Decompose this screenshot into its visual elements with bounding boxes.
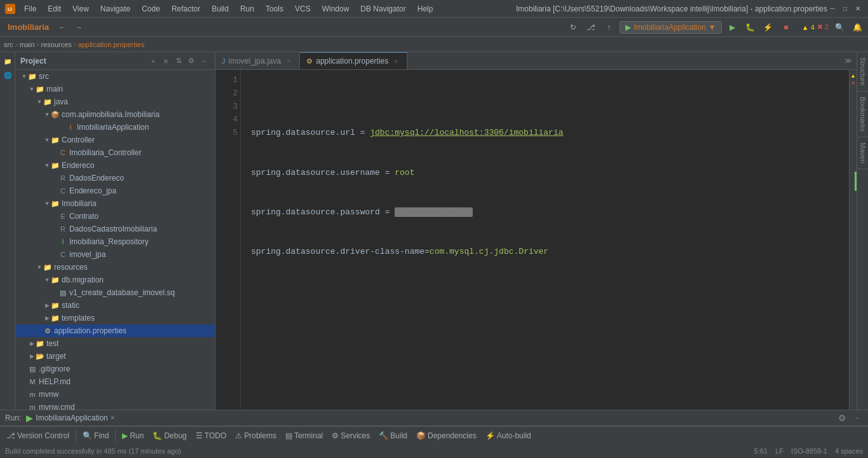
- tree-item-dados-endereco[interactable]: R DadosEndereco: [15, 172, 215, 184]
- tree-item-main[interactable]: ▼ 📁 main: [15, 83, 215, 95]
- run-config-dropdown[interactable]: ▶ ImobiliariaApplication ▼: [620, 21, 721, 34]
- toolbar-back-button[interactable]: ←: [55, 20, 69, 34]
- terminal-button[interactable]: ▤ Terminal: [281, 430, 327, 441]
- tree-item-imobiliaria-app[interactable]: I ImobiliariaApplication: [15, 121, 215, 134]
- services-icon: ⚙: [332, 431, 339, 440]
- tree-item-src[interactable]: ▼ 📁 src: [15, 70, 215, 83]
- code-editor[interactable]: spring.datasource.url = jdbc:mysql://loc…: [241, 70, 849, 410]
- tab-imovel-jpa[interactable]: J imovel_jpa.java ×: [215, 52, 300, 69]
- contrato-label: Contrato: [69, 212, 98, 221]
- maximize-button[interactable]: □: [840, 4, 850, 14]
- tree-item-db-migration[interactable]: ▼ 📁 db.migration: [15, 274, 215, 286]
- help-label: HELP.md: [39, 377, 71, 386]
- profile-button[interactable]: ⚡: [761, 20, 775, 34]
- find-button[interactable]: 🔍 Find: [79, 430, 112, 441]
- menu-view[interactable]: View: [67, 3, 94, 15]
- menu-code[interactable]: Code: [137, 3, 165, 15]
- bookmarks-panel-tab[interactable]: Bookmarks: [857, 92, 868, 137]
- menu-navigate[interactable]: Navigate: [95, 3, 135, 15]
- add-button[interactable]: +: [147, 55, 159, 67]
- hide-sidebar-button[interactable]: −: [198, 55, 210, 67]
- run-settings-button[interactable]: ⚙: [838, 413, 846, 423]
- run-tool-button[interactable]: ▶ Run: [118, 430, 147, 441]
- settings-button[interactable]: ⚙: [186, 55, 197, 67]
- tree-item-controller-folder[interactable]: ▼ 📁 Controller: [15, 134, 215, 146]
- menu-refactor[interactable]: Refactor: [166, 3, 205, 15]
- tab-application-properties[interactable]: ⚙ application.properties ×: [300, 52, 407, 69]
- search-button[interactable]: 🔍: [832, 20, 846, 34]
- build-tool-button[interactable]: 🔨 Build: [375, 430, 411, 441]
- breadcrumb-file[interactable]: application.properties: [78, 41, 145, 48]
- tab-overflow-button[interactable]: ≫: [843, 55, 854, 67]
- tree-item-java[interactable]: ▼ 📁 java: [15, 95, 215, 108]
- tree-item-imobiliaria-repo[interactable]: I Imobiliaria_Respository: [15, 235, 215, 248]
- collapse-all-button[interactable]: ≡: [160, 55, 172, 67]
- notifications-button[interactable]: 🔔: [850, 20, 864, 34]
- tree-item-mvnw[interactable]: m mvnw: [15, 388, 215, 401]
- toolbar-sep-2: [115, 430, 116, 441]
- toolbar-update-button[interactable]: ↻: [566, 20, 580, 34]
- menu-build[interactable]: Build: [207, 3, 234, 15]
- tree-item-dados-cadastro[interactable]: R DadosCadastroImobiliaria: [15, 223, 215, 235]
- toolbar-forward-button[interactable]: →: [72, 20, 86, 34]
- tree-item-static[interactable]: ▶ 📁 static: [15, 299, 215, 312]
- tree-item-imobiliaria-pkg[interactable]: ▼ 📁 Imobiliaria: [15, 197, 215, 210]
- tree-item-test[interactable]: ▶ 📁 test: [15, 337, 215, 350]
- tab-application-properties-close[interactable]: ×: [391, 57, 400, 66]
- tree-item-help[interactable]: M HELP.md: [15, 375, 215, 388]
- breadcrumb-src[interactable]: src: [4, 41, 13, 48]
- run-button[interactable]: ▶: [726, 20, 740, 34]
- menu-file[interactable]: File: [19, 3, 41, 15]
- run-app-section[interactable]: ▶ ImobiliariaApplication ×: [26, 413, 114, 423]
- version-control-button[interactable]: ⎇ Version Control: [3, 430, 73, 441]
- tab-imovel-jpa-close[interactable]: ×: [284, 57, 293, 66]
- tree-item-com-api[interactable]: ▼ 📦 com.apiimobiliaria.Imobiliaria: [15, 108, 215, 121]
- auto-build-button[interactable]: ⚡ Auto-build: [482, 430, 535, 441]
- structure-panel-tab[interactable]: Structure: [857, 52, 868, 92]
- menu-db-navigator[interactable]: DB Navigator: [355, 3, 410, 15]
- menu-tools[interactable]: Tools: [261, 3, 288, 15]
- problems-button[interactable]: ⚠ Problems: [231, 430, 280, 441]
- db-migration-arrow: ▼: [43, 276, 51, 284]
- run-hide-button[interactable]: −: [851, 412, 863, 424]
- debug-tool-button[interactable]: 🐛 Debug: [149, 430, 190, 441]
- tree-item-resources[interactable]: ▼ 📁 resources: [15, 261, 215, 274]
- menu-edit[interactable]: Edit: [43, 3, 66, 15]
- editor-content[interactable]: 1 2 3 4 5 spring.datasource.url = jdbc:m…: [215, 70, 857, 410]
- tree-item-imovel-jpa[interactable]: C imovel_jpa: [15, 248, 215, 261]
- tree-item-templates[interactable]: ▶ 📁 templates: [15, 312, 215, 324]
- toolbar-commit-button[interactable]: ⎇: [584, 20, 598, 34]
- debug-button[interactable]: 🐛: [743, 20, 757, 34]
- toolbar-push-button[interactable]: ↑: [602, 20, 616, 34]
- tree-item-endereco-folder[interactable]: ▼ 📁 Endereco: [15, 159, 215, 172]
- project-panel-tab[interactable]: 📁: [1, 55, 14, 67]
- menu-run[interactable]: Run: [235, 3, 259, 15]
- tree-item-contrato[interactable]: E Contrato: [15, 210, 215, 223]
- maven-panel-tab[interactable]: Maven: [857, 137, 868, 169]
- breadcrumb-main[interactable]: main: [20, 41, 35, 48]
- close-button[interactable]: ✕: [853, 4, 863, 14]
- menu-vcs[interactable]: VCS: [290, 3, 316, 15]
- breadcrumb-resources[interactable]: resources: [41, 41, 72, 48]
- run-close-button[interactable]: ×: [111, 413, 115, 422]
- todo-button[interactable]: ☰ TODO: [192, 430, 230, 441]
- dependencies-button[interactable]: 📦 Dependencies: [412, 430, 480, 441]
- tree-item-endereco-jpa[interactable]: C Endereco_jpa: [15, 184, 215, 197]
- menu-help[interactable]: Help: [412, 3, 438, 15]
- menu-window[interactable]: Window: [317, 3, 355, 15]
- sql-icon: ▤: [58, 288, 67, 297]
- services-button[interactable]: ⚙ Services: [328, 430, 374, 441]
- minimize-button[interactable]: ─: [827, 4, 837, 14]
- tree-item-v1-sql[interactable]: ▤ v1_create_database_imovel.sq: [15, 286, 215, 299]
- tree-item-application-properties[interactable]: ⚙ application.properties: [15, 324, 215, 337]
- target-label: target: [46, 352, 66, 361]
- tree-item-target[interactable]: ▶ 📂 target: [15, 350, 215, 363]
- tree-item-imobiliaria-controller[interactable]: C Imobiliaria_Controller: [15, 146, 215, 159]
- editor-scroll-indicator[interactable]: ▲ ✕: [849, 70, 857, 410]
- tree-item-mvnw-cmd[interactable]: m mvnw.cmd: [15, 401, 215, 410]
- tree-item-gitignore[interactable]: ▤ .gitignore: [15, 363, 215, 375]
- browser-tab[interactable]: 🌐: [1, 69, 14, 81]
- java-folder-icon: 📁: [43, 97, 52, 106]
- stop-button[interactable]: ■: [779, 20, 793, 34]
- sort-button[interactable]: ⇅: [173, 55, 184, 67]
